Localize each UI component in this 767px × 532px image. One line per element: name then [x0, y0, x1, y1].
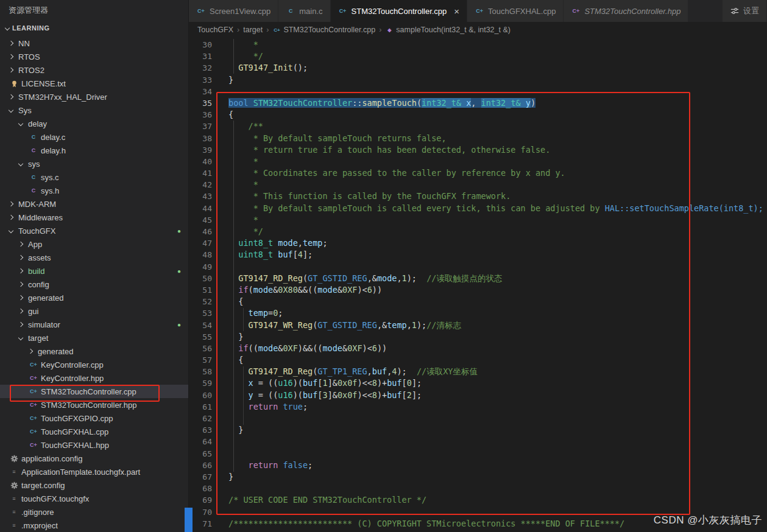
code-line-64[interactable]: 64	[189, 436, 767, 447]
code-line-49[interactable]: 49	[189, 261, 767, 273]
tree-folder-MDK-ARM[interactable]: MDK-ARM	[0, 197, 188, 211]
tree-folder-STM32H7xx_HAL_Driver[interactable]: STM32H7xx_HAL_Driver	[0, 90, 188, 103]
line-number[interactable]: 46	[189, 226, 212, 237]
breadcrumb-item-target[interactable]: target	[243, 26, 263, 34]
breadcrumb-item-TouchGFX[interactable]: TouchGFX	[197, 26, 233, 34]
tree-folder-NN[interactable]: NN	[0, 37, 188, 50]
tree-folder-sys[interactable]: sys	[0, 157, 188, 170]
tree-file-delay.c[interactable]: Cdelay.c	[0, 130, 188, 144]
code-line-69[interactable]: 69/* USER CODE END STM32TouchController …	[189, 494, 767, 506]
code-line-51[interactable]: 51 if(mode&0X80&&((mode&0XF)<6))	[189, 284, 767, 296]
line-number[interactable]: 40	[189, 156, 212, 167]
tree-file-.mxproject[interactable]: ≡.mxproject	[0, 519, 188, 532]
tree-file-application.config[interactable]: application.config	[0, 452, 188, 465]
tree-folder-simulator[interactable]: simulator●	[0, 318, 188, 331]
line-number[interactable]: 57	[189, 354, 212, 366]
line-number[interactable]: 64	[189, 436, 212, 447]
code-line-57[interactable]: 57 {	[189, 354, 767, 366]
breadcrumb-item-sampleTouch(int32_t &, int32_t &)[interactable]: ◈sampleTouch(int32_t &, int32_t &)	[385, 25, 511, 35]
line-number[interactable]: 60	[189, 390, 212, 401]
code-line-31[interactable]: 31 */	[189, 51, 767, 62]
tree-folder-gui[interactable]: gui	[0, 304, 188, 318]
tree-folder-Middlewares[interactable]: Middlewares	[0, 211, 188, 224]
code-line-65[interactable]: 65	[189, 448, 767, 460]
line-number[interactable]: 55	[189, 331, 212, 343]
code-line-67[interactable]: 67}	[189, 471, 767, 483]
tree-file-TouchGFXHAL.hpp[interactable]: C+TouchGFXHAL.hpp	[0, 438, 188, 452]
code-line-52[interactable]: 52 {	[189, 296, 767, 307]
line-number[interactable]: 50	[189, 273, 212, 284]
tree-file-KeyController.cpp[interactable]: C+KeyController.cpp	[0, 358, 188, 371]
breadcrumb-item-STM32TouchController.cpp[interactable]: C+STM32TouchController.cpp	[272, 25, 375, 35]
tree-folder-Sys[interactable]: Sys	[0, 103, 188, 117]
tree-folder-delay[interactable]: delay	[0, 117, 188, 130]
line-number[interactable]: 67	[189, 471, 212, 483]
code-line-35[interactable]: 35bool STM32TouchController::sampleTouch…	[189, 97, 767, 109]
tree-folder-RTOS2[interactable]: RTOS2	[0, 63, 188, 77]
line-number[interactable]: 54	[189, 320, 212, 331]
code-line-55[interactable]: 55 }	[189, 331, 767, 343]
line-number[interactable]: 62	[189, 413, 212, 424]
tree-file-target.config[interactable]: target.config	[0, 478, 188, 492]
tree-file-STM32TouchController.cpp[interactable]: C+STM32TouchController.cpp	[0, 385, 188, 398]
line-number[interactable]: 68	[189, 483, 212, 494]
code-line-59[interactable]: 59 x = ((u16)(buf[1]&0x0f)<<8)+buf[0];	[189, 377, 767, 389]
line-number[interactable]: 34	[189, 86, 212, 97]
line-number[interactable]: 44	[189, 203, 212, 214]
line-number[interactable]: 45	[189, 214, 212, 226]
code-line-50[interactable]: 50 GT9147_RD_Reg(GT_GSTID_REG,&mode,1); …	[189, 273, 767, 284]
tree-file-KeyController.hpp[interactable]: C+KeyController.hpp	[0, 371, 188, 385]
line-number[interactable]: 36	[189, 109, 212, 121]
code-line-43[interactable]: 43 * This function is called by the Touc…	[189, 191, 767, 202]
code-line-62[interactable]: 62	[189, 413, 767, 424]
tree-folder-generated[interactable]: generated	[0, 345, 188, 358]
tree-file-ApplicationTemplate.touchgfx.part[interactable]: ≡ApplicationTemplate.touchgfx.part	[0, 465, 188, 478]
code-line-44[interactable]: 44 * By default sampleTouch is called ev…	[189, 203, 767, 214]
tree-file-sys.c[interactable]: Csys.c	[0, 170, 188, 184]
tab-设置[interactable]: 设置	[723, 0, 767, 22]
line-number[interactable]: 52	[189, 296, 212, 307]
tree-folder-assets[interactable]: assets	[0, 251, 188, 264]
code-line-61[interactable]: 61 return true;	[189, 401, 767, 413]
tab-STM32TouchController.cpp[interactable]: C+STM32TouchController.cpp×	[331, 0, 468, 22]
tab-main.c[interactable]: Cmain.c	[278, 0, 330, 22]
line-number[interactable]: 53	[189, 307, 212, 319]
line-number[interactable]: 58	[189, 366, 212, 377]
tree-file-LICENSE.txt[interactable]: LICENSE.txt	[0, 77, 188, 90]
line-number[interactable]: 65	[189, 448, 212, 460]
code-line-38[interactable]: 38 * By default sampleTouch returns fals…	[189, 133, 767, 144]
tree-folder-generated[interactable]: generated	[0, 291, 188, 304]
tree-file-TouchGFXGPIO.cpp[interactable]: C+TouchGFXGPIO.cpp	[0, 411, 188, 425]
code-line-47[interactable]: 47 uint8_t mode,temp;	[189, 237, 767, 249]
line-number[interactable]: 59	[189, 377, 212, 389]
line-number[interactable]: 61	[189, 401, 212, 413]
code-line-60[interactable]: 60 y = ((u16)(buf[3]&0x0f)<<8)+buf[2];	[189, 390, 767, 401]
code-line-42[interactable]: 42 *	[189, 179, 767, 191]
line-number[interactable]: 43	[189, 191, 212, 202]
code-line-32[interactable]: 32 GT9147_Init();	[189, 62, 767, 74]
tab-STM32TouchController.hpp[interactable]: C+STM32TouchController.hpp	[564, 0, 688, 22]
code-line-68[interactable]: 68	[189, 483, 767, 494]
line-number[interactable]: 66	[189, 460, 212, 471]
tree-folder-App[interactable]: App	[0, 237, 188, 251]
line-number[interactable]: 42	[189, 179, 212, 191]
tree-file-touchGFX.touchgfx[interactable]: ≡touchGFX.touchgfx	[0, 492, 188, 505]
tree-file-STM32TouchController.hpp[interactable]: C+STM32TouchController.hpp	[0, 398, 188, 411]
code-line-34[interactable]: 34	[189, 86, 767, 97]
tree-file-delay.h[interactable]: Cdelay.h	[0, 144, 188, 157]
tree-file-.gitignore[interactable]: ≡.gitignore	[0, 505, 188, 519]
code-line-41[interactable]: 41 * Coordinates are passed to the calle…	[189, 167, 767, 179]
code-line-33[interactable]: 33}	[189, 74, 767, 86]
tree-folder-TouchGFX[interactable]: TouchGFX●	[0, 224, 188, 237]
code-line-66[interactable]: 66 return false;	[189, 460, 767, 471]
tree-folder-RTOS[interactable]: RTOS	[0, 50, 188, 63]
line-number[interactable]: 48	[189, 249, 212, 261]
code-line-37[interactable]: 37 /**	[189, 121, 767, 132]
sash-highlight[interactable]	[185, 508, 193, 532]
code-line-72[interactable]: 72	[189, 530, 767, 532]
line-number[interactable]: 49	[189, 261, 212, 273]
tab-Screen1View.cpp[interactable]: C+Screen1View.cpp	[189, 0, 278, 22]
tab-TouchGFXHAL.cpp[interactable]: C+TouchGFXHAL.cpp	[467, 0, 564, 22]
tree-folder-config[interactable]: config	[0, 278, 188, 291]
line-number[interactable]: 39	[189, 144, 212, 156]
